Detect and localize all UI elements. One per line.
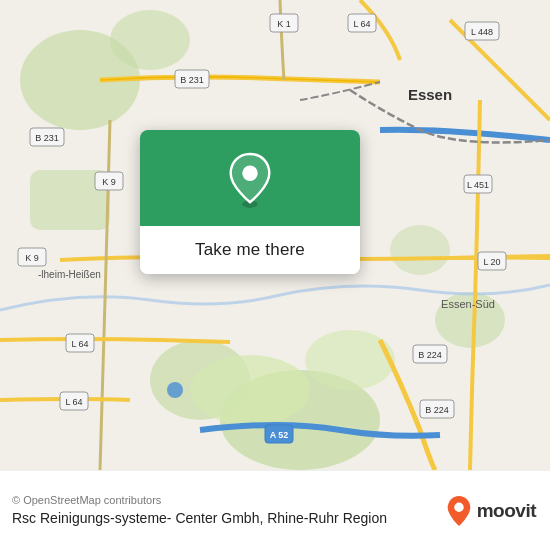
map-container: K 9 B 231 K 9 B 231 L 20 L 20 L 64 L 64 … <box>0 0 550 470</box>
svg-text:B 224: B 224 <box>418 350 442 360</box>
svg-point-5 <box>390 225 450 275</box>
svg-text:L 20: L 20 <box>483 257 500 267</box>
svg-point-44 <box>167 382 183 398</box>
take-me-there-button[interactable]: Take me there <box>140 226 360 274</box>
svg-text:Essen-Süd: Essen-Süd <box>441 298 495 310</box>
svg-point-47 <box>454 502 463 511</box>
svg-text:K 9: K 9 <box>25 253 39 263</box>
svg-text:L 64: L 64 <box>353 19 370 29</box>
svg-point-8 <box>190 355 310 425</box>
moovit-label: moovit <box>477 500 536 522</box>
bottom-info: © OpenStreetMap contributors Rsc Reinigu… <box>12 494 387 527</box>
svg-text:L 448: L 448 <box>471 27 493 37</box>
svg-point-46 <box>242 166 257 181</box>
popup-card: Take me there <box>140 130 360 274</box>
svg-text:L 64: L 64 <box>71 339 88 349</box>
svg-text:L 64: L 64 <box>65 397 82 407</box>
svg-text:B 231: B 231 <box>180 75 204 85</box>
svg-text:L 451: L 451 <box>467 180 489 190</box>
svg-text:B 224: B 224 <box>425 405 449 415</box>
place-name: Rsc Reinigungs-systeme- Center Gmbh, Rhi… <box>12 509 387 527</box>
svg-text:B 231: B 231 <box>35 133 59 143</box>
svg-text:A 52: A 52 <box>270 430 289 440</box>
copyright-text: © OpenStreetMap contributors <box>12 494 387 506</box>
moovit-pin-icon <box>445 495 473 527</box>
svg-text:Essen: Essen <box>408 86 452 103</box>
moovit-logo: moovit <box>445 495 536 527</box>
svg-text:K 1: K 1 <box>277 19 291 29</box>
svg-point-2 <box>110 10 190 70</box>
svg-point-9 <box>305 330 395 390</box>
svg-text:K 9: K 9 <box>102 177 116 187</box>
svg-text:-lheim-Heißen: -lheim-Heißen <box>38 269 101 280</box>
map-pin-icon <box>226 152 274 208</box>
popup-header <box>140 130 360 226</box>
bottom-bar: © OpenStreetMap contributors Rsc Reinigu… <box>0 470 550 550</box>
